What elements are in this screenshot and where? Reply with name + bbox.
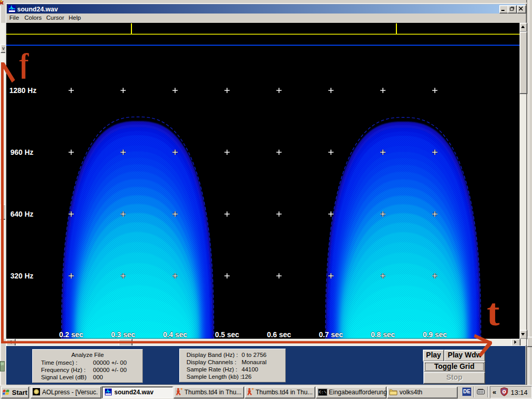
- svg-text:0.3 sec: 0.3 sec: [111, 330, 136, 339]
- svg-text:0.6 sec: 0.6 sec: [267, 330, 291, 339]
- svg-text:0.9 sec: 0.9 sec: [423, 330, 447, 339]
- svg-text:0.5 sec: 0.5 sec: [215, 330, 240, 339]
- svg-text:640 Hz: 640 Hz: [10, 210, 33, 218]
- svg-text:1280 Hz: 1280 Hz: [9, 86, 36, 95]
- svg-text:0.8 sec: 0.8 sec: [371, 330, 395, 339]
- svg-text:0.4 sec: 0.4 sec: [163, 330, 188, 339]
- svg-text:960 Hz: 960 Hz: [10, 148, 33, 156]
- svg-text:0.7 sec: 0.7 sec: [319, 330, 343, 339]
- svg-text:0.2 sec: 0.2 sec: [59, 330, 84, 339]
- svg-text:320 Hz: 320 Hz: [10, 272, 33, 280]
